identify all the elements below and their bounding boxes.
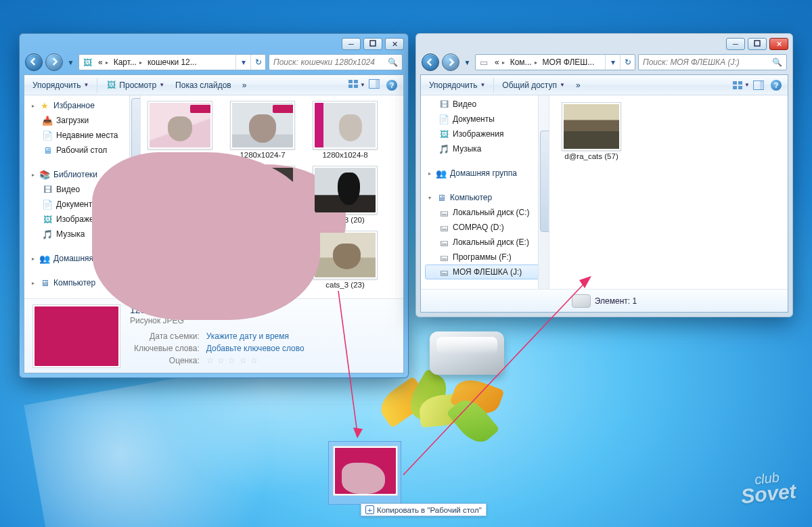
documents-icon: 📄 <box>438 114 449 124</box>
maximize-button[interactable] <box>363 38 382 50</box>
pictures-icon: 🖼 <box>42 214 53 225</box>
folder-pictures-icon: 🖼 <box>82 57 93 68</box>
drag-preview <box>328 441 401 505</box>
status-drive-icon <box>572 294 591 308</box>
preview-pane-toggle[interactable] <box>750 78 767 93</box>
details-rating-stars[interactable]: ☆ ☆ ☆ ☆ ☆ <box>204 355 307 366</box>
breadcrumb-seg-2[interactable]: кошечки 12... <box>148 58 197 67</box>
toolbar-overflow[interactable]: » <box>570 77 586 93</box>
refresh-button[interactable]: ↻ <box>250 55 265 70</box>
breadcrumb-seg-1[interactable]: Ком... <box>510 58 532 67</box>
nav-back-button[interactable] <box>25 53 43 71</box>
search-placeholder: Поиск: кошечки 1280x1024 <box>273 58 375 67</box>
toolbar-overflow[interactable]: » <box>237 77 252 93</box>
address-bar[interactable]: ▭ «▸ Ком...▸ МОЯ ФЛЕШ... ▾ ↻ <box>475 54 635 70</box>
explorer-window-pictures[interactable]: ─ ✕ ▼ 🖼 «▸ Карт...▸ кошечки 12... ▾ ↻ По… <box>19 33 409 378</box>
details-pane: 1280x1024-9 Рисунок JPEG Дата съемки: Ук… <box>24 298 403 373</box>
drive-j-flashdrive[interactable]: 🖴 МОЯ ФЛЕШКА (J:) <box>425 265 549 279</box>
search-icon: 🔍 <box>772 58 782 67</box>
minimize-button[interactable]: ─ <box>342 38 361 50</box>
status-bar: Элемент: 1 <box>421 289 788 312</box>
svg-rect-8 <box>733 81 737 85</box>
organize-button[interactable]: Упорядочить▼ <box>27 77 94 93</box>
breadcrumb-seg-1[interactable]: Карт... <box>114 58 137 67</box>
breadcrumb-seg-2[interactable]: МОЯ ФЛЕШ... <box>543 58 595 67</box>
computer-header[interactable]: ▾🖥 Компьютер <box>425 190 549 205</box>
file-list[interactable]: d@ra_cats (57) <box>549 95 788 289</box>
maximize-icon <box>754 40 761 48</box>
file-item[interactable]: cats_3 (23) <box>310 231 380 289</box>
maximize-button[interactable] <box>748 38 767 50</box>
close-button[interactable]: ✕ <box>769 38 788 50</box>
svg-rect-11 <box>738 86 742 89</box>
file-item[interactable]: d@ra_cats (57) <box>556 102 627 160</box>
video-icon: 🎞 <box>438 99 449 110</box>
titlebar[interactable]: ─ ✕ <box>24 38 404 53</box>
favorites-downloads[interactable]: 📥 Загрузки <box>28 113 140 128</box>
usb-drive-icon: 🖴 <box>438 267 449 277</box>
arrow-right-icon <box>50 56 58 68</box>
nav-back-button[interactable] <box>422 53 439 71</box>
titlebar[interactable]: ─ ✕ <box>420 38 788 53</box>
hdd-icon: 🖴 <box>438 252 449 262</box>
maximize-icon <box>369 40 376 48</box>
computer-icon: 🖥 <box>436 192 447 203</box>
favorites-header[interactable]: ▸★ Избранное <box>28 98 140 113</box>
library-music[interactable]: 🎵 Музыка <box>425 141 549 156</box>
close-icon: ✕ <box>776 40 782 49</box>
view-mode-button[interactable]: ▼ <box>732 78 750 93</box>
minimize-icon: ─ <box>733 40 738 48</box>
details-date-value[interactable]: Укажите дату и время <box>204 331 307 342</box>
search-box[interactable]: Поиск: МОЯ ФЛЕШКА (J:) 🔍 <box>638 54 787 70</box>
drive-f[interactable]: 🖴 Программы (F:) <box>425 250 549 265</box>
search-box[interactable]: Поиск: кошечки 1280x1024 🔍 <box>269 54 403 70</box>
minimize-button[interactable]: ─ <box>726 38 745 50</box>
nav-forward-button[interactable] <box>45 53 63 71</box>
address-dropdown[interactable]: ▾ <box>235 55 250 70</box>
pictures-icon: 🖼 <box>438 129 449 139</box>
navigation-pane[interactable]: 🎞 Видео 📄 Документы 🖼 Изображения 🎵 Музы… <box>421 95 549 289</box>
drive-icon: ▭ <box>478 57 489 68</box>
file-item[interactable]: 1280x1024-7 <box>227 101 298 159</box>
address-dropdown[interactable]: ▾ <box>605 55 620 70</box>
drag-tooltip-text: Копировать в "Рабочий стол" <box>377 506 482 514</box>
details-tags-label: Ключевые слова: <box>131 343 202 354</box>
svg-rect-7 <box>754 41 760 46</box>
slideshow-button[interactable]: Показ слайдов <box>170 77 237 93</box>
details-thumbnail <box>32 304 120 368</box>
favorites-desktop[interactable]: 🖥 Рабочий стол <box>28 143 140 158</box>
library-video[interactable]: 🎞 Видео <box>425 97 549 112</box>
drive-c[interactable]: 🖴 Локальный диск (C:) <box>425 205 549 220</box>
share-button[interactable]: Общий доступ▼ <box>497 77 570 93</box>
library-documents[interactable]: 📄 Документы <box>425 112 549 127</box>
refresh-button[interactable]: ↻ <box>620 55 635 70</box>
nav-forward-button[interactable] <box>442 53 459 71</box>
help-button[interactable]: ? <box>767 78 785 93</box>
library-pictures[interactable]: 🖼 Изображения <box>425 127 549 141</box>
help-button[interactable]: ? <box>383 78 401 93</box>
navpane-scrollbar[interactable] <box>538 95 549 289</box>
address-bar[interactable]: 🖼 «▸ Карт...▸ кошечки 12... ▾ ↻ <box>78 54 266 70</box>
nav-history-dropdown[interactable]: ▼ <box>66 59 76 66</box>
minimize-icon: ─ <box>348 40 354 48</box>
explorer-window-flashdrive[interactable]: ─ ✕ ▼ ▭ «▸ Ком...▸ МОЯ ФЛЕШ... ▾ ↻ Поиск… <box>415 33 793 317</box>
homegroup-header[interactable]: ▸👥 Домашняя группа <box>425 166 549 181</box>
nav-history-dropdown[interactable]: ▼ <box>462 59 472 66</box>
drive-e[interactable]: 🖴 Локальный диск (E:) <box>425 235 549 250</box>
close-button[interactable]: ✕ <box>385 38 404 50</box>
drive-d[interactable]: 🖴 COMPAQ (D:) <box>425 220 549 235</box>
view-mode-button[interactable]: ▼ <box>348 78 365 93</box>
star-icon: ★ <box>39 100 50 111</box>
favorites-recent[interactable]: 📄 Недавние места <box>28 128 140 143</box>
pane-icon <box>369 79 380 91</box>
svg-rect-3 <box>348 85 353 88</box>
details-tags-value[interactable]: Добавьте ключевое слово <box>204 343 307 354</box>
help-icon: ? <box>386 80 397 91</box>
music-icon: 🎵 <box>42 229 53 239</box>
preview-button[interactable]: 🖼 Просмотр▼ <box>100 77 170 93</box>
preview-pane-toggle[interactable] <box>365 78 383 93</box>
svg-marker-15 <box>353 428 363 438</box>
file-item[interactable]: 1280x1024-8 <box>310 101 380 159</box>
organize-button[interactable]: Упорядочить▼ <box>424 77 491 93</box>
file-item[interactable]: 1280x1024-6 <box>145 101 215 159</box>
